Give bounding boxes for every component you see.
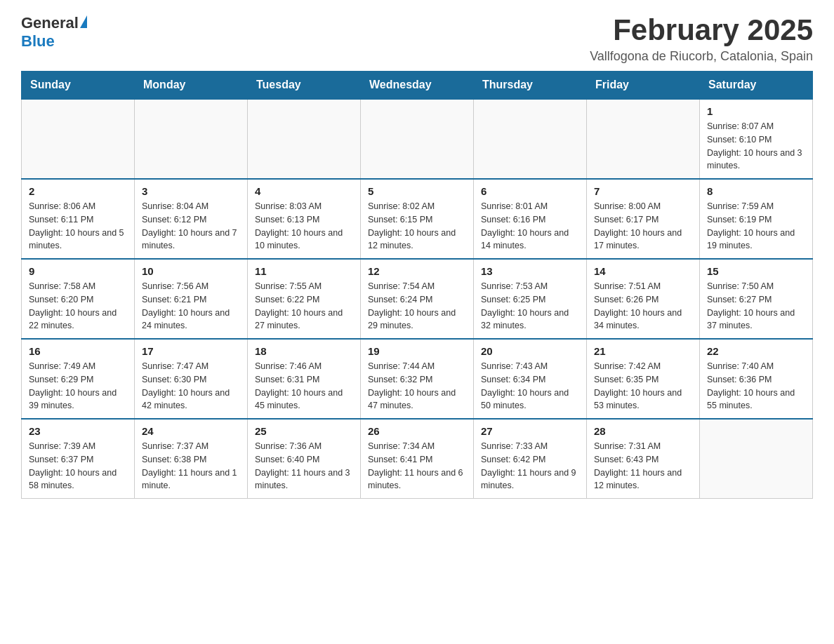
calendar-cell: 20Sunrise: 7:43 AM Sunset: 6:34 PM Dayli…	[474, 339, 587, 419]
calendar-cell: 21Sunrise: 7:42 AM Sunset: 6:35 PM Dayli…	[587, 339, 700, 419]
day-number: 12	[368, 265, 466, 277]
day-info: Sunrise: 7:51 AM Sunset: 6:26 PM Dayligh…	[594, 280, 692, 333]
day-info: Sunrise: 8:07 AM Sunset: 6:10 PM Dayligh…	[707, 120, 805, 173]
day-number: 28	[594, 425, 692, 437]
header-friday: Friday	[587, 72, 700, 100]
day-number: 26	[368, 425, 466, 437]
calendar-cell: 24Sunrise: 7:37 AM Sunset: 6:38 PM Dayli…	[135, 419, 248, 499]
calendar-cell: 18Sunrise: 7:46 AM Sunset: 6:31 PM Dayli…	[248, 339, 361, 419]
day-info: Sunrise: 7:59 AM Sunset: 6:19 PM Dayligh…	[707, 200, 805, 253]
day-number: 20	[481, 345, 579, 357]
calendar-week-row: 1Sunrise: 8:07 AM Sunset: 6:10 PM Daylig…	[22, 99, 813, 179]
header-saturday: Saturday	[700, 72, 813, 100]
day-number: 9	[29, 265, 127, 277]
logo-triangle-icon	[80, 15, 87, 28]
calendar-cell: 6Sunrise: 8:01 AM Sunset: 6:16 PM Daylig…	[474, 179, 587, 259]
calendar-cell	[361, 99, 474, 179]
day-number: 21	[594, 345, 692, 357]
day-number: 10	[142, 265, 240, 277]
day-info: Sunrise: 7:54 AM Sunset: 6:24 PM Dayligh…	[368, 280, 466, 333]
header-wednesday: Wednesday	[361, 72, 474, 100]
calendar-cell: 3Sunrise: 8:04 AM Sunset: 6:12 PM Daylig…	[135, 179, 248, 259]
calendar-week-row: 2Sunrise: 8:06 AM Sunset: 6:11 PM Daylig…	[22, 179, 813, 259]
day-number: 15	[707, 265, 805, 277]
header-tuesday: Tuesday	[248, 72, 361, 100]
calendar-week-row: 9Sunrise: 7:58 AM Sunset: 6:20 PM Daylig…	[22, 259, 813, 339]
calendar-cell: 2Sunrise: 8:06 AM Sunset: 6:11 PM Daylig…	[22, 179, 135, 259]
calendar-cell: 28Sunrise: 7:31 AM Sunset: 6:43 PM Dayli…	[587, 419, 700, 499]
day-number: 23	[29, 425, 127, 437]
logo: General Blue	[21, 14, 87, 51]
day-number: 5	[368, 185, 466, 197]
day-info: Sunrise: 7:58 AM Sunset: 6:20 PM Dayligh…	[29, 280, 127, 333]
day-number: 8	[707, 185, 805, 197]
calendar-cell: 26Sunrise: 7:34 AM Sunset: 6:41 PM Dayli…	[361, 419, 474, 499]
day-number: 2	[29, 185, 127, 197]
day-info: Sunrise: 8:04 AM Sunset: 6:12 PM Dayligh…	[142, 200, 240, 253]
day-number: 7	[594, 185, 692, 197]
day-info: Sunrise: 8:02 AM Sunset: 6:15 PM Dayligh…	[368, 200, 466, 253]
day-number: 13	[481, 265, 579, 277]
day-info: Sunrise: 7:56 AM Sunset: 6:21 PM Dayligh…	[142, 280, 240, 333]
calendar-cell: 4Sunrise: 8:03 AM Sunset: 6:13 PM Daylig…	[248, 179, 361, 259]
calendar-table: SundayMondayTuesdayWednesdayThursdayFrid…	[21, 71, 813, 499]
day-info: Sunrise: 7:49 AM Sunset: 6:29 PM Dayligh…	[29, 360, 127, 412]
calendar-cell: 1Sunrise: 8:07 AM Sunset: 6:10 PM Daylig…	[700, 99, 813, 179]
day-number: 22	[707, 345, 805, 357]
calendar-cell: 7Sunrise: 8:00 AM Sunset: 6:17 PM Daylig…	[587, 179, 700, 259]
calendar-cell: 22Sunrise: 7:40 AM Sunset: 6:36 PM Dayli…	[700, 339, 813, 419]
day-number: 16	[29, 345, 127, 357]
day-number: 3	[142, 185, 240, 197]
calendar-cell: 19Sunrise: 7:44 AM Sunset: 6:32 PM Dayli…	[361, 339, 474, 419]
day-number: 6	[481, 185, 579, 197]
day-info: Sunrise: 7:39 AM Sunset: 6:37 PM Dayligh…	[29, 440, 127, 492]
day-info: Sunrise: 7:55 AM Sunset: 6:22 PM Dayligh…	[255, 280, 353, 333]
calendar-cell: 17Sunrise: 7:47 AM Sunset: 6:30 PM Dayli…	[135, 339, 248, 419]
page-header: General Blue February 2025 Vallfogona de…	[21, 14, 813, 64]
header-monday: Monday	[135, 72, 248, 100]
calendar-cell: 27Sunrise: 7:33 AM Sunset: 6:42 PM Dayli…	[474, 419, 587, 499]
calendar-cell: 15Sunrise: 7:50 AM Sunset: 6:27 PM Dayli…	[700, 259, 813, 339]
day-info: Sunrise: 7:44 AM Sunset: 6:32 PM Dayligh…	[368, 360, 466, 412]
calendar-cell: 8Sunrise: 7:59 AM Sunset: 6:19 PM Daylig…	[700, 179, 813, 259]
calendar-cell: 10Sunrise: 7:56 AM Sunset: 6:21 PM Dayli…	[135, 259, 248, 339]
calendar-cell	[700, 419, 813, 499]
day-number: 14	[594, 265, 692, 277]
calendar-header-row: SundayMondayTuesdayWednesdayThursdayFrid…	[22, 72, 813, 100]
day-number: 11	[255, 265, 353, 277]
day-info: Sunrise: 7:47 AM Sunset: 6:30 PM Dayligh…	[142, 360, 240, 412]
logo-blue-text: Blue	[21, 32, 55, 51]
day-info: Sunrise: 7:50 AM Sunset: 6:27 PM Dayligh…	[707, 280, 805, 333]
day-info: Sunrise: 7:37 AM Sunset: 6:38 PM Dayligh…	[142, 440, 240, 492]
day-number: 4	[255, 185, 353, 197]
day-info: Sunrise: 7:31 AM Sunset: 6:43 PM Dayligh…	[594, 440, 692, 492]
calendar-cell: 23Sunrise: 7:39 AM Sunset: 6:37 PM Dayli…	[22, 419, 135, 499]
day-info: Sunrise: 7:34 AM Sunset: 6:41 PM Dayligh…	[368, 440, 466, 492]
day-number: 24	[142, 425, 240, 437]
logo-general-text: General	[21, 14, 79, 32]
day-info: Sunrise: 7:42 AM Sunset: 6:35 PM Dayligh…	[594, 360, 692, 412]
day-info: Sunrise: 8:01 AM Sunset: 6:16 PM Dayligh…	[481, 200, 579, 253]
day-info: Sunrise: 7:53 AM Sunset: 6:25 PM Dayligh…	[481, 280, 579, 333]
day-number: 1	[707, 105, 805, 117]
calendar-cell	[22, 99, 135, 179]
calendar-week-row: 16Sunrise: 7:49 AM Sunset: 6:29 PM Dayli…	[22, 339, 813, 419]
calendar-cell	[587, 99, 700, 179]
calendar-cell: 11Sunrise: 7:55 AM Sunset: 6:22 PM Dayli…	[248, 259, 361, 339]
day-number: 17	[142, 345, 240, 357]
calendar-cell: 14Sunrise: 7:51 AM Sunset: 6:26 PM Dayli…	[587, 259, 700, 339]
day-info: Sunrise: 8:03 AM Sunset: 6:13 PM Dayligh…	[255, 200, 353, 253]
calendar-cell: 5Sunrise: 8:02 AM Sunset: 6:15 PM Daylig…	[361, 179, 474, 259]
day-number: 25	[255, 425, 353, 437]
day-info: Sunrise: 7:33 AM Sunset: 6:42 PM Dayligh…	[481, 440, 579, 492]
day-number: 18	[255, 345, 353, 357]
day-info: Sunrise: 8:00 AM Sunset: 6:17 PM Dayligh…	[594, 200, 692, 253]
day-info: Sunrise: 8:06 AM Sunset: 6:11 PM Dayligh…	[29, 200, 127, 253]
header-sunday: Sunday	[22, 72, 135, 100]
header-thursday: Thursday	[474, 72, 587, 100]
calendar-cell	[135, 99, 248, 179]
calendar-cell: 9Sunrise: 7:58 AM Sunset: 6:20 PM Daylig…	[22, 259, 135, 339]
day-info: Sunrise: 7:43 AM Sunset: 6:34 PM Dayligh…	[481, 360, 579, 412]
day-info: Sunrise: 7:46 AM Sunset: 6:31 PM Dayligh…	[255, 360, 353, 412]
day-number: 19	[368, 345, 466, 357]
